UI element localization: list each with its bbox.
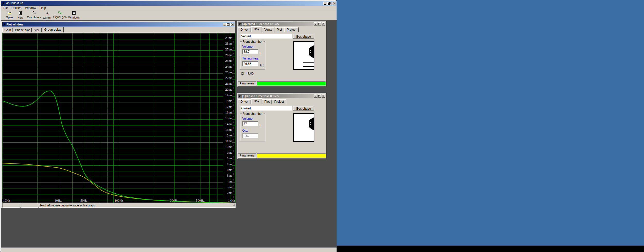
toolbar-new-button[interactable]: New — [15, 11, 26, 20]
desktop-wallpaper — [337, 0, 644, 246]
closed-window-title: [1]Closed : Peerless 831727 — [242, 94, 280, 98]
svg-text:50Hz: 50Hz — [80, 199, 88, 202]
plot-window-title: Plot window — [6, 23, 23, 26]
plot-status-message: Hold left mouse button to trace active g… — [39, 203, 236, 208]
new-document-icon — [19, 11, 22, 15]
closed-front-chamber-label: Front chamber: — [242, 112, 264, 116]
vented-box-type-field[interactable]: Vented — [240, 34, 292, 39]
app-title-bar[interactable]: WinISD 0.44 — [1, 1, 337, 6]
vented-minimize-button[interactable] — [314, 22, 317, 25]
plot-tab-phase-plot[interactable]: Phase plot — [13, 28, 32, 32]
svg-text:10Hz: 10Hz — [3, 199, 10, 202]
menu-help[interactable]: Help — [38, 6, 48, 10]
plot-tab-spl[interactable]: SPL — [32, 28, 42, 32]
toolbar-signal-gen-button[interactable]: Signal gen. — [53, 11, 68, 20]
closed-minimize-button[interactable] — [314, 94, 317, 98]
mdi-workspace: Plot window GainPhase plotSPLGroup delay… — [1, 20, 337, 247]
svg-text:5ms: 5ms — [227, 174, 232, 177]
app-window: WinISD 0.44 FileUtilitiesWindowHelp Open… — [0, 0, 337, 252]
close-button[interactable] — [332, 2, 336, 5]
vented-volume-input[interactable]: 38,7 — [242, 49, 258, 54]
minimize-button[interactable] — [323, 2, 327, 5]
closed-tab-project[interactable]: Project — [272, 99, 286, 104]
plot-status-panel-2 — [21, 203, 38, 208]
svg-text:9ms: 9ms — [227, 151, 232, 154]
group-delay-plot-svg: 2ms3ms4ms5ms6ms7ms8ms9ms10ms11ms12ms13ms… — [2, 33, 235, 203]
closed-box-shape-button[interactable]: Box shape — [293, 106, 314, 111]
svg-text:6ms: 6ms — [227, 168, 232, 172]
vented-window-title-bar[interactable]: [4]Vented : Peerless 831727 — [238, 22, 326, 26]
menu-file[interactable]: File — [1, 6, 10, 10]
svg-text:23ms: 23ms — [225, 71, 232, 74]
svg-text:26ms: 26ms — [225, 53, 232, 57]
closed-params-label: Parameters — [238, 153, 256, 158]
calculator-icon — [32, 11, 36, 15]
toolbar-windows-button[interactable]: Windows — [68, 11, 80, 20]
closed-box-type-field[interactable]: Closed — [240, 106, 292, 111]
vented-box-diagram — [293, 41, 314, 71]
open-folder-icon — [7, 11, 12, 15]
svg-text:7ms: 7ms — [227, 162, 232, 166]
closed-tab-driver[interactable]: Driver — [238, 99, 251, 104]
app-title: WinISD 0.44 — [6, 2, 23, 5]
vented-params-label: Parameters — [238, 81, 256, 85]
cursor-crosshair-icon — [45, 11, 49, 16]
closed-volume-input[interactable]: 37 — [242, 121, 258, 126]
menu-utilities[interactable]: Utilities — [10, 6, 23, 10]
plot-tabstrip: GainPhase plotSPLGroup delay — [2, 27, 235, 32]
svg-text:13ms: 13ms — [225, 128, 232, 132]
svg-text:18ms: 18ms — [225, 99, 232, 103]
closed-tab-plot[interactable]: Plot — [262, 99, 272, 104]
plot-tab-gain[interactable]: Gain — [2, 28, 13, 32]
restore-button[interactable] — [327, 2, 331, 5]
closed-window-title-bar[interactable]: [1]Closed : Peerless 831727 — [238, 94, 326, 98]
plot-window-title-bar[interactable]: Plot window — [2, 22, 235, 27]
vented-tab-project[interactable]: Project — [284, 27, 298, 32]
svg-text:30Hz: 30Hz — [55, 199, 62, 202]
vented-tabstrip: DriverBoxVentsPlotProject — [238, 26, 326, 32]
menu-window[interactable]: Window — [23, 6, 38, 10]
svg-text:20ms: 20ms — [225, 88, 232, 91]
toolbar-cursor-button[interactable]: Cursor — [42, 11, 53, 20]
svg-text:100Hz: 100Hz — [115, 199, 123, 202]
signal-generator-icon — [58, 11, 63, 15]
closed-params-progress-bar — [257, 153, 326, 158]
vented-box-shape-button[interactable]: Box shape — [293, 34, 314, 39]
group-delay-chart[interactable]: 2ms3ms4ms5ms6ms7ms8ms9ms10ms11ms12ms13ms… — [2, 33, 235, 203]
closed-qtc-input[interactable]: 0,57 — [242, 133, 258, 138]
vented-tab-driver[interactable]: Driver — [238, 27, 251, 32]
vented-maximize-button[interactable] — [317, 22, 321, 25]
plot-window: Plot window GainPhase plotSPLGroup delay… — [1, 21, 236, 208]
svg-text:15ms: 15ms — [225, 116, 232, 120]
closed-qtc-label: Qtc: — [242, 129, 248, 132]
toolbar-calculators-button[interactable]: Calculators — [26, 11, 42, 20]
app-status-bar — [1, 247, 337, 252]
vented-tab-vents[interactable]: Vents — [262, 27, 274, 32]
plot-tab-group-delay[interactable]: Group delay — [42, 27, 64, 32]
plot-minimize-button[interactable] — [223, 23, 226, 26]
svg-text:19ms: 19ms — [225, 93, 232, 97]
vented-tuning-label: Tuning freq.: — [242, 57, 260, 60]
closed-box-diagram — [293, 113, 314, 143]
plot-maximize-button[interactable] — [226, 23, 230, 26]
closed-tab-box[interactable]: Box — [251, 98, 262, 104]
vented-close-button[interactable] — [322, 22, 325, 25]
toolbar-open-button[interactable]: Open — [4, 11, 15, 20]
vented-front-chamber-label: Front chamber: — [242, 40, 264, 44]
plot-close-button[interactable] — [230, 23, 234, 26]
vent-line — [303, 66, 314, 67]
resize-grip-icon[interactable] — [232, 204, 235, 207]
vented-params-status-bar: Parameters — [238, 81, 326, 85]
svg-text:28ms: 28ms — [225, 42, 232, 45]
svg-text:4ms: 4ms — [227, 180, 232, 183]
toolbar: OpenNewCalculatorsCursorSignal gen.Windo… — [1, 10, 337, 20]
app-icon — [2, 2, 5, 5]
closed-maximize-button[interactable] — [317, 94, 321, 98]
vented-tuning-input[interactable]: 26,56 — [242, 61, 258, 66]
closed-window-icon — [239, 94, 241, 97]
vented-tab-plot[interactable]: Plot — [274, 27, 285, 32]
svg-text:21ms: 21ms — [225, 82, 232, 85]
closed-close-button[interactable] — [322, 94, 325, 98]
vented-volume-unit: l — [260, 51, 261, 55]
vented-tab-box[interactable]: Box — [251, 26, 262, 32]
